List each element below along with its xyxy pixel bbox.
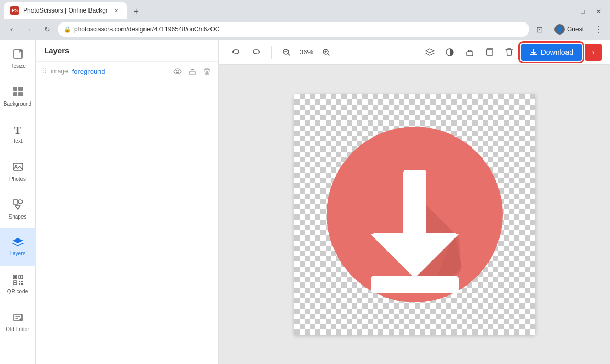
zoom-value: 36% bbox=[297, 48, 316, 56]
opacity-toolbar-icon[interactable] bbox=[441, 44, 458, 61]
svg-rect-37 bbox=[371, 276, 459, 293]
profile-name: Guest bbox=[567, 26, 584, 33]
redo-button[interactable] bbox=[248, 44, 265, 61]
svg-rect-2 bbox=[18, 87, 23, 91]
tab-title: PhotoScissors | Online Backgr bbox=[23, 7, 108, 14]
text-icon: T bbox=[14, 124, 21, 136]
duplicate-toolbar-icon[interactable] bbox=[481, 44, 498, 61]
sidebar-item-layers[interactable]: Layers bbox=[0, 228, 36, 266]
sidebar-item-text-label: Text bbox=[13, 138, 22, 144]
undo-button[interactable] bbox=[227, 44, 244, 61]
svg-rect-3 bbox=[13, 92, 17, 96]
address-text: photoscissors.com/designer/471196548/ooC… bbox=[74, 26, 523, 33]
svg-rect-17 bbox=[21, 281, 23, 282]
download-button[interactable]: Download bbox=[521, 44, 582, 61]
back-button[interactable]: ‹ bbox=[4, 22, 19, 37]
svg-rect-4 bbox=[18, 92, 23, 96]
sidebar-item-layers-label: Layers bbox=[9, 251, 25, 256]
refresh-button[interactable]: ↻ bbox=[40, 22, 54, 37]
close-panel-button[interactable]: › bbox=[585, 44, 602, 61]
svg-rect-13 bbox=[20, 276, 21, 278]
qrcode-icon bbox=[13, 275, 23, 287]
layer-visibility-icon[interactable] bbox=[172, 66, 183, 76]
sidebar-item-photos-label: Photos bbox=[9, 176, 26, 182]
close-panel-icon: › bbox=[592, 48, 594, 57]
sidebar-item-background-label: Background bbox=[4, 101, 31, 107]
photos-icon bbox=[12, 161, 24, 174]
canvas-wrapper bbox=[294, 94, 535, 335]
svg-rect-15 bbox=[14, 282, 16, 283]
zoom-in-button[interactable] bbox=[318, 44, 335, 61]
tab-favicon: PS bbox=[10, 6, 19, 15]
toolbar-divider-1 bbox=[271, 46, 272, 59]
layer-name-label: foreground bbox=[72, 67, 168, 75]
layer-type-label: image bbox=[51, 67, 68, 75]
sidebar-item-shapes-label: Shapes bbox=[9, 214, 27, 220]
zoom-out-button[interactable] bbox=[278, 44, 295, 61]
sidebar-item-shapes[interactable]: Shapes bbox=[0, 190, 36, 228]
svg-rect-35 bbox=[403, 170, 426, 235]
sidebar-item-oldeditor-label: Old Editor bbox=[6, 326, 29, 332]
layers-panel-header: Layers bbox=[36, 40, 218, 62]
svg-rect-7 bbox=[13, 200, 18, 204]
sidebar-item-qrcode[interactable]: QR code bbox=[0, 266, 36, 303]
sidebar-item-qrcode-label: QR code bbox=[7, 289, 28, 294]
sidebar-item-background[interactable]: Background bbox=[0, 77, 36, 115]
svg-rect-19 bbox=[21, 283, 23, 285]
browser-menu-button[interactable]: ⋮ bbox=[591, 22, 606, 37]
profile-icon: 👤 bbox=[554, 24, 565, 35]
oldeditor-icon bbox=[13, 312, 23, 324]
lock-toolbar-icon[interactable] bbox=[461, 44, 478, 61]
forward-button[interactable]: › bbox=[22, 22, 37, 37]
minimize-button[interactable]: — bbox=[560, 4, 574, 19]
resize-icon bbox=[12, 48, 24, 61]
layers-icon bbox=[12, 237, 24, 248]
svg-rect-1 bbox=[13, 87, 17, 91]
lock-icon: 🔒 bbox=[64, 26, 71, 33]
svg-rect-5 bbox=[13, 163, 23, 170]
delete-toolbar-icon[interactable] bbox=[501, 44, 518, 61]
extensions-button[interactable]: ⊡ bbox=[533, 22, 547, 37]
svg-rect-22 bbox=[190, 71, 195, 75]
new-tab-button[interactable]: + bbox=[129, 4, 143, 19]
svg-rect-26 bbox=[467, 52, 473, 56]
shapes-icon bbox=[12, 199, 24, 212]
tab-close-icon[interactable]: ✕ bbox=[112, 6, 120, 15]
toolbar-divider-2 bbox=[341, 46, 341, 59]
svg-rect-18 bbox=[19, 283, 20, 285]
svg-point-8 bbox=[18, 200, 23, 204]
close-window-icon: ✕ bbox=[596, 8, 601, 15]
svg-rect-27 bbox=[487, 50, 493, 55]
drag-handle-icon: ⠿ bbox=[42, 67, 47, 75]
editor-toolbar: 36% bbox=[219, 40, 610, 65]
svg-point-21 bbox=[176, 70, 179, 73]
minimize-icon: — bbox=[564, 8, 570, 15]
layer-delete-icon[interactable] bbox=[202, 66, 212, 76]
sidebar-item-oldeditor[interactable]: Old Editor bbox=[0, 303, 36, 341]
checkerboard-canvas bbox=[294, 94, 535, 335]
profile-button[interactable]: 👤 Guest bbox=[550, 22, 588, 37]
layer-item[interactable]: ⠿ image foreground bbox=[36, 62, 218, 81]
svg-rect-16 bbox=[19, 281, 20, 282]
layers-toolbar-icon[interactable] bbox=[422, 44, 438, 61]
layer-lock-icon[interactable] bbox=[187, 66, 197, 76]
background-icon bbox=[12, 86, 24, 99]
layers-panel: Layers ⠿ image foreground bbox=[36, 40, 219, 364]
sidebar-item-photos[interactable]: Photos bbox=[0, 153, 36, 190]
active-tab[interactable]: PS PhotoScissors | Online Backgr ✕ bbox=[4, 2, 127, 19]
download-label: Download bbox=[541, 48, 573, 56]
maximize-icon: □ bbox=[581, 8, 584, 15]
close-window-button[interactable]: ✕ bbox=[591, 4, 606, 19]
canvas-area bbox=[219, 65, 610, 364]
maximize-button[interactable]: □ bbox=[575, 4, 590, 19]
svg-marker-9 bbox=[15, 206, 20, 209]
sidebar-item-resize[interactable]: Resize bbox=[0, 40, 36, 77]
sidebar-item-text[interactable]: T Text bbox=[0, 115, 36, 153]
sidebar-item-resize-label: Resize bbox=[9, 63, 26, 69]
svg-rect-11 bbox=[14, 276, 16, 278]
sidebar: Resize Background T Text bbox=[0, 40, 36, 364]
